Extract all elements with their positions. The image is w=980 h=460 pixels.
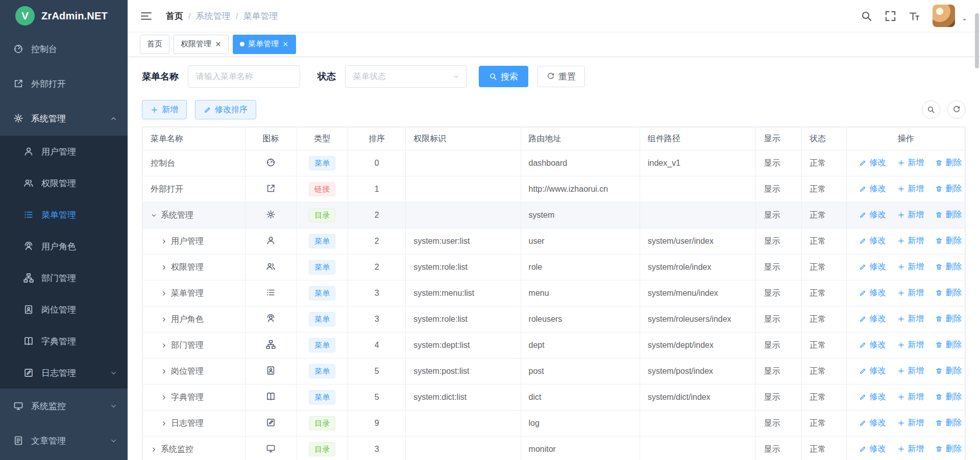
add-row-button[interactable]: 新增 [897, 262, 924, 272]
search-icon [489, 72, 497, 81]
add-row-button[interactable]: 新增 [897, 288, 924, 298]
plus-icon [897, 367, 905, 375]
sidebar-item-label: 用户角色 [41, 241, 117, 252]
edit-row-button[interactable]: 修改 [859, 366, 886, 376]
edit-row-button[interactable]: 修改 [859, 210, 886, 220]
delete-row-button[interactable]: 删除 [935, 236, 962, 246]
row-expand-icon[interactable] [161, 290, 167, 297]
delete-icon [935, 419, 943, 427]
delete-row-button[interactable]: 删除 [935, 314, 962, 324]
breadcrumb-link[interactable]: 首页 [166, 11, 183, 21]
view-tab[interactable]: 权限管理 [174, 35, 229, 54]
edit-row-button[interactable]: 修改 [859, 262, 886, 272]
delete-row-button[interactable]: 删除 [935, 262, 962, 272]
search-icon[interactable] [861, 10, 872, 22]
edit-row-button[interactable]: 修改 [859, 288, 886, 298]
add-row-button[interactable]: 新增 [897, 236, 924, 246]
menu-name-cell: 字典管理 [151, 392, 237, 403]
menu-name-value: 岗位管理 [171, 366, 204, 377]
delete-row-button[interactable]: 删除 [935, 288, 962, 298]
delete-row-button[interactable]: 删除 [935, 366, 962, 376]
sidebar-item[interactable]: 日志管理 [0, 357, 128, 389]
edit-row-button[interactable]: 修改 [859, 418, 886, 428]
sidebar-item[interactable]: 菜单管理 [0, 199, 128, 231]
app-logo[interactable]: V ZrAdmin.NET [0, 0, 128, 32]
row-expand-icon[interactable] [161, 394, 167, 401]
add-row-button[interactable]: 新增 [897, 392, 924, 402]
font-size-icon[interactable] [909, 10, 920, 22]
row-expand-icon[interactable] [161, 238, 167, 245]
sidebar-item[interactable]: 岗位管理 [0, 294, 128, 325]
sidebar-item[interactable]: 权限管理 [0, 167, 128, 199]
fullscreen-icon[interactable] [885, 10, 896, 22]
row-expand-icon[interactable] [161, 264, 167, 271]
row-expand-icon[interactable] [161, 316, 167, 323]
add-row-button[interactable]: 新增 [897, 184, 924, 194]
edit-row-button[interactable]: 修改 [859, 314, 886, 324]
menu-status-select[interactable]: 菜单状态 [345, 65, 467, 88]
sidebar-item[interactable]: 文章管理 [0, 423, 128, 458]
refresh-table-button[interactable] [947, 100, 966, 119]
sidebar-item[interactable]: 系统管理 [0, 101, 128, 136]
edit-row-button[interactable]: 修改 [859, 444, 886, 454]
add-label: 新增 [908, 210, 924, 220]
sidebar-item[interactable]: 字典管理 [0, 325, 128, 357]
avatar[interactable] [933, 5, 955, 27]
route-value: monitor [521, 437, 640, 460]
delete-row-button[interactable]: 删除 [935, 158, 962, 168]
edit-row-button[interactable]: 修改 [859, 340, 886, 350]
sidebar-item[interactable]: 系统监控 [0, 389, 128, 423]
add-row-button[interactable]: 新增 [897, 444, 924, 454]
edit-sort-button[interactable]: 修改排序 [195, 100, 256, 119]
edit-row-button[interactable]: 修改 [859, 392, 886, 402]
sidebar-toggle-icon[interactable] [140, 10, 153, 22]
edit-row-button[interactable]: 修改 [859, 158, 886, 168]
add-row-button[interactable]: 新增 [897, 418, 924, 428]
search-button[interactable]: 搜索 [479, 66, 528, 87]
breadcrumb-separator: / [188, 11, 191, 21]
sidebar-item[interactable]: 用户角色 [0, 231, 128, 262]
sidebar-item[interactable]: 部门管理 [0, 262, 128, 294]
view-tab[interactable]: 首页 [140, 35, 169, 54]
row-expand-icon[interactable] [161, 342, 167, 349]
add-row-button[interactable]: 新增 [897, 158, 924, 168]
edit-row-button[interactable]: 修改 [859, 184, 886, 194]
delete-row-button[interactable]: 删除 [935, 340, 962, 350]
sidebar-item[interactable]: 外部打开 [0, 66, 128, 101]
delete-row-button[interactable]: 删除 [935, 210, 962, 220]
table-row: 字典管理 菜单 5 system:dict:list dict system/d… [143, 385, 965, 411]
add-row-button[interactable]: 新增 [897, 366, 924, 376]
show-search-button[interactable] [922, 100, 940, 119]
vertical-scrollbar-thumb[interactable] [975, 13, 979, 68]
row-expand-icon[interactable] [161, 420, 167, 427]
breadcrumb-link[interactable]: 菜单管理 [243, 11, 278, 21]
sidebar-item[interactable]: 控制台 [0, 32, 128, 66]
menu-item-icon [266, 236, 276, 245]
row-expand-icon[interactable] [151, 212, 157, 219]
row-expand-icon[interactable] [151, 446, 157, 453]
row-expand-icon[interactable] [161, 368, 167, 375]
add-row-button[interactable]: 新增 [897, 210, 924, 220]
avatar-caret-down-icon[interactable] [961, 16, 968, 23]
close-icon[interactable] [282, 41, 289, 47]
add-label: 新增 [908, 262, 924, 272]
delete-row-button[interactable]: 删除 [935, 184, 962, 194]
delete-row-button[interactable]: 删除 [935, 418, 962, 428]
breadcrumb-link[interactable]: 系统管理 [196, 11, 231, 21]
add-row-button[interactable]: 新增 [897, 314, 924, 324]
delete-row-button[interactable]: 删除 [935, 392, 962, 402]
delete-label: 删除 [945, 236, 962, 246]
menu-name-input[interactable] [188, 65, 300, 88]
menu-name-cell: 系统监控 [151, 444, 237, 455]
add-button[interactable]: 新增 [142, 100, 187, 119]
menu-name-cell: 外部打开 [151, 184, 237, 195]
chevron-icon [110, 402, 117, 410]
add-row-button[interactable]: 新增 [897, 340, 924, 350]
close-icon[interactable] [215, 41, 222, 47]
reset-button[interactable]: 重置 [537, 66, 585, 87]
delete-row-button[interactable]: 删除 [935, 444, 962, 454]
edit-row-button[interactable]: 修改 [859, 236, 886, 246]
route-value: post [521, 359, 640, 385]
view-tab[interactable]: 菜单管理 [233, 35, 296, 54]
sidebar-item[interactable]: 用户管理 [0, 136, 128, 167]
